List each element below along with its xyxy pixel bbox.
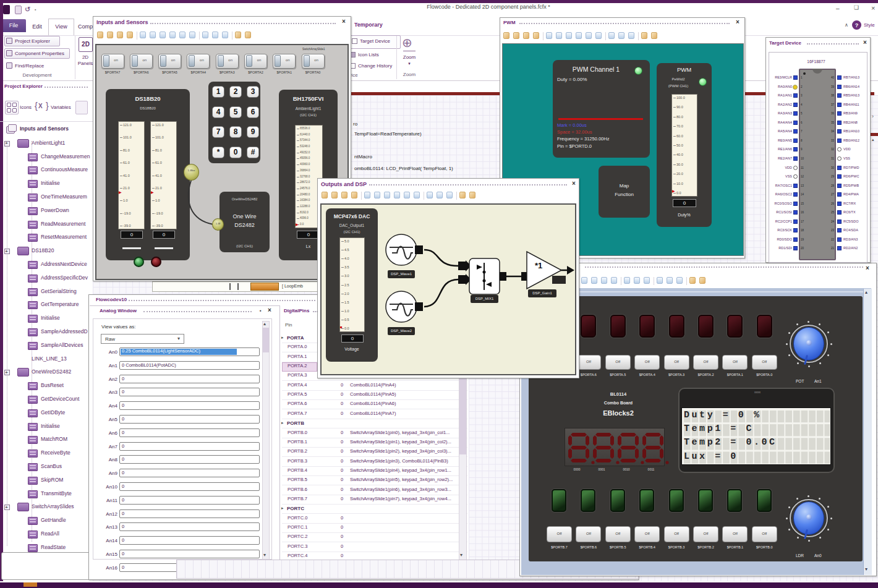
svg-text:*1: *1 [535, 261, 542, 270]
